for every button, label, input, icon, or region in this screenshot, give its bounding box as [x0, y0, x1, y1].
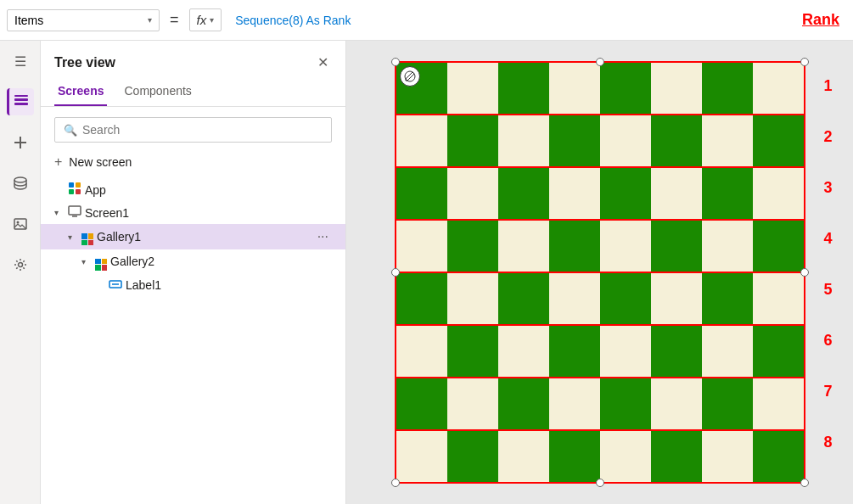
gallery1-label: Gallery1: [97, 230, 311, 244]
checker-cell-1-7: [753, 115, 804, 166]
gallery2-icon: [95, 253, 107, 271]
checker-cell-5-5: [651, 326, 702, 377]
tree-panel: Tree view ✕ Screens Components 🔍 + New s…: [41, 41, 346, 504]
chevron-down-icon: ▾: [148, 15, 152, 25]
checker-cell-6-1: [447, 378, 498, 429]
checker-row-6: [396, 377, 804, 429]
gallery1-more-button[interactable]: ···: [314, 227, 332, 246]
main-layout: ☰ Tree view ✕ Screens Component: [0, 41, 853, 504]
checker-cell-5-4: [600, 326, 651, 377]
tree-item-screen1[interactable]: ▾ Screen1: [41, 201, 345, 224]
checker-cell-4-6: [702, 273, 753, 324]
tree-item-app[interactable]: App: [41, 178, 345, 201]
handle-left[interactable]: [391, 268, 400, 277]
handle-bottom-right[interactable]: [800, 479, 809, 487]
checker-cell-7-4: [600, 431, 651, 482]
checker-cell-3-6: [702, 221, 753, 272]
app-icon: [68, 182, 81, 198]
layers-icon[interactable]: [7, 88, 34, 115]
tree-item-gallery2[interactable]: ▾ Gallery2: [41, 249, 345, 274]
checker-cell-5-2: [498, 326, 549, 377]
svg-rect-1: [14, 103, 28, 105]
checker-cell-1-2: [498, 115, 549, 166]
svg-rect-10: [76, 182, 81, 188]
hamburger-menu-icon[interactable]: ☰: [7, 48, 34, 75]
search-box[interactable]: 🔍: [54, 117, 332, 143]
checkerboard-wrapper: 1 2 3 4 5 6 7 8: [395, 61, 805, 484]
close-button[interactable]: ✕: [314, 51, 332, 74]
checker-cell-2-2: [498, 168, 549, 219]
handle-top-left[interactable]: [391, 58, 400, 66]
checker-cell-4-4: [600, 273, 651, 324]
checker-cell-6-3: [549, 378, 600, 429]
checker-cell-5-7: [753, 326, 804, 377]
checker-cell-3-1: [447, 221, 498, 272]
svg-rect-12: [76, 189, 81, 194]
settings-icon[interactable]: [7, 251, 34, 278]
fx-box[interactable]: fx ▾: [189, 8, 222, 31]
handle-bottom-left[interactable]: [391, 479, 400, 487]
checker-cell-6-4: [600, 378, 651, 429]
tree-item-gallery1[interactable]: ▾ Gallery1 ···: [41, 224, 345, 249]
checker-cell-2-1: [447, 168, 498, 219]
canvas-area: 1 2 3 4 5 6 7 8: [346, 41, 853, 504]
search-input[interactable]: [82, 123, 323, 137]
screen1-label: Screen1: [85, 206, 332, 220]
handle-top[interactable]: [596, 58, 604, 66]
new-screen-button[interactable]: + New screen: [41, 149, 345, 175]
checker-cell-6-6: [702, 378, 753, 429]
svg-rect-11: [69, 189, 74, 194]
checker-cell-7-7: [753, 431, 804, 482]
checker-cell-7-5: [651, 431, 702, 482]
checker-cell-4-5: [651, 273, 702, 324]
tab-components[interactable]: Components: [121, 77, 194, 106]
checker-cell-3-7: [753, 221, 804, 272]
checker-cell-4-3: [549, 273, 600, 324]
checker-cell-7-1: [447, 431, 498, 482]
svg-point-8: [18, 263, 22, 267]
rank-2: 2: [823, 112, 832, 163]
checker-row-0: [396, 63, 804, 114]
rank-8: 8: [823, 417, 832, 468]
search-icon: 🔍: [64, 124, 77, 137]
handle-bottom[interactable]: [596, 479, 604, 487]
checker-cell-3-2: [498, 221, 549, 272]
fx-icon: fx: [197, 13, 207, 27]
checker-cell-0-5: [651, 63, 702, 114]
checker-row-3: [396, 219, 804, 272]
checker-cell-4-1: [447, 273, 498, 324]
rank-6: 6: [823, 316, 832, 367]
new-screen-label: New screen: [69, 155, 132, 169]
media-icon[interactable]: [7, 210, 34, 238]
rank-3: 3: [823, 163, 832, 214]
tabs-row: Screens Components: [41, 77, 345, 107]
checkerboard: [396, 63, 804, 482]
tree-items: App ▾ Screen1 ▾ Gallery1 ···: [41, 175, 345, 504]
edit-handle[interactable]: [400, 66, 420, 87]
checker-cell-2-6: [702, 168, 753, 219]
checker-cell-1-5: [651, 115, 702, 166]
svg-point-5: [14, 177, 26, 182]
checker-cell-6-0: [396, 378, 447, 429]
database-icon[interactable]: [7, 170, 34, 197]
svg-point-17: [405, 71, 415, 81]
tree-item-label1[interactable]: Label1: [41, 274, 345, 297]
fx-chevron-icon: ▾: [210, 15, 214, 25]
svg-rect-2: [14, 95, 28, 97]
items-dropdown[interactable]: Items ▾: [7, 9, 160, 31]
checker-cell-0-1: [447, 63, 498, 114]
add-icon[interactable]: [7, 129, 34, 156]
gallery2-label: Gallery2: [110, 255, 332, 268]
rank-1: 1: [823, 61, 832, 112]
tree-header: Tree view ✕: [41, 41, 345, 77]
screen1-chevron-icon: ▾: [54, 208, 65, 217]
checker-cell-0-4: [600, 63, 651, 114]
checker-cell-1-0: [396, 115, 447, 166]
equals-sign: =: [166, 11, 182, 29]
tab-screens[interactable]: Screens: [54, 77, 107, 106]
checker-cell-3-5: [651, 221, 702, 272]
checker-cell-5-6: [702, 326, 753, 377]
checker-cell-2-0: [396, 168, 447, 219]
handle-top-right[interactable]: [800, 58, 809, 66]
handle-right[interactable]: [800, 268, 809, 277]
